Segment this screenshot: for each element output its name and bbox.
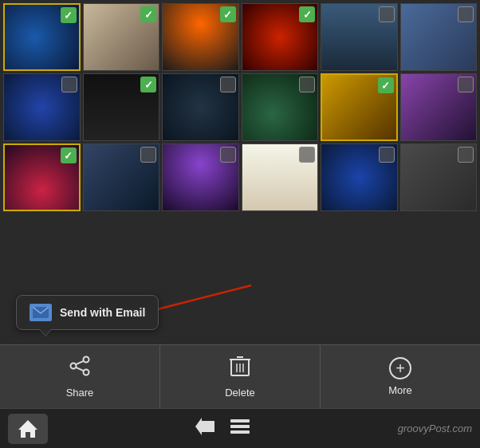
photo-item[interactable]: ✓	[83, 73, 160, 141]
photo-item[interactable]	[162, 73, 239, 141]
check-badge: ✓	[61, 147, 77, 163]
send-email-tooltip[interactable]: Send with Email	[16, 295, 159, 330]
photo-item[interactable]	[242, 73, 319, 141]
more-icon: +	[389, 357, 411, 379]
photo-item[interactable]	[242, 143, 319, 211]
nav-center	[195, 418, 250, 440]
check-badge-unchecked	[220, 77, 236, 92]
check-badge-unchecked	[61, 77, 77, 92]
check-badge-unchecked	[458, 6, 474, 22]
svg-point-4	[71, 364, 77, 369]
watermark-text: groovyPost.com	[398, 422, 472, 434]
check-badge: ✓	[61, 7, 77, 23]
photo-item[interactable]	[162, 143, 239, 211]
check-badge: ✓	[140, 6, 156, 22]
more-label: More	[388, 384, 412, 396]
svg-marker-14	[18, 420, 37, 438]
check-badge: ✓	[140, 77, 156, 92]
photo-item[interactable]: ✓	[83, 3, 160, 71]
check-badge-unchecked	[299, 147, 315, 163]
action-bar: Share Delete + More	[0, 344, 480, 408]
share-button[interactable]: Share	[0, 345, 160, 408]
check-badge-unchecked	[379, 147, 395, 163]
back-button[interactable]	[195, 418, 214, 440]
svg-marker-15	[195, 418, 214, 435]
photo-grid: ✓ ✓ ✓ ✓ ✓ ✓	[0, 0, 480, 214]
check-badge-unchecked	[458, 77, 474, 92]
email-icon	[30, 304, 52, 321]
photo-item[interactable]: ✓	[242, 3, 319, 71]
check-badge: ✓	[299, 6, 315, 22]
svg-rect-16	[230, 419, 250, 422]
more-button[interactable]: + More	[321, 345, 480, 408]
menu-button[interactable]	[230, 419, 250, 439]
check-badge-unchecked	[458, 147, 474, 163]
svg-rect-18	[230, 430, 250, 434]
share-label: Share	[66, 387, 94, 399]
share-icon	[69, 355, 91, 382]
svg-line-7	[76, 367, 84, 371]
home-icon	[17, 419, 39, 439]
delete-label: Delete	[225, 387, 255, 399]
photo-item[interactable]	[3, 73, 81, 141]
photo-item[interactable]	[400, 3, 478, 71]
check-badge-unchecked	[220, 147, 236, 163]
photo-item[interactable]	[400, 143, 478, 211]
delete-button[interactable]: Delete	[160, 345, 321, 408]
delete-icon	[230, 355, 250, 382]
svg-point-5	[84, 370, 89, 375]
svg-rect-17	[230, 425, 250, 428]
nav-bar: groovyPost.com	[0, 408, 480, 448]
photo-item[interactable]	[321, 143, 398, 211]
check-badge-unchecked	[140, 147, 156, 163]
photo-item[interactable]	[400, 73, 478, 141]
photo-item[interactable]: ✓	[162, 3, 239, 71]
photo-item[interactable]: ✓	[3, 143, 81, 211]
home-button[interactable]	[8, 414, 48, 444]
photo-item[interactable]	[83, 143, 160, 211]
check-badge-unchecked	[299, 77, 315, 92]
svg-line-6	[76, 361, 84, 364]
tooltip-label: Send with Email	[60, 306, 145, 319]
photo-item[interactable]: ✓	[3, 3, 81, 71]
check-badge: ✓	[378, 77, 394, 93]
svg-point-3	[84, 357, 89, 363]
check-badge-unchecked	[379, 6, 395, 22]
check-badge: ✓	[220, 6, 236, 22]
photo-item[interactable]	[321, 3, 398, 71]
photo-item[interactable]: ✓	[321, 73, 398, 141]
